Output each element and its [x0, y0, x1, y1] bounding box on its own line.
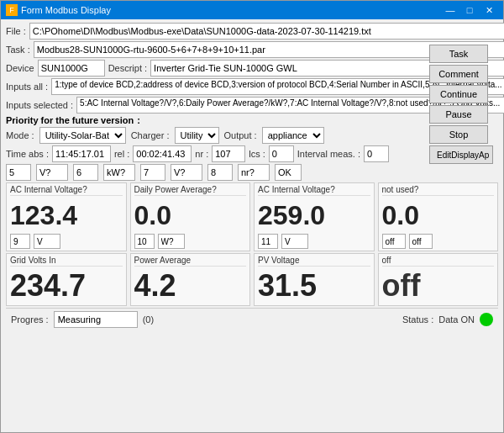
power-avg-1-unit[interactable]	[158, 234, 185, 249]
row1-fields	[6, 164, 498, 181]
output-select[interactable]: appliance	[262, 127, 324, 144]
maximize-button[interactable]: □	[460, 3, 479, 18]
field-7-num[interactable]	[140, 164, 165, 181]
ac-voltage-2-units	[258, 234, 370, 249]
file-label: File :	[6, 26, 26, 36]
ac-voltage-2-value: 259.0	[258, 198, 370, 233]
data-cell-power-avg-1: Daily Power Average? 0.0	[130, 182, 251, 251]
time-abs-input[interactable]	[52, 145, 111, 162]
window-title: Form Modbus Display	[21, 5, 111, 15]
minimize-button[interactable]: —	[441, 3, 459, 18]
field-6-unit[interactable]	[103, 164, 135, 181]
device-label: Device	[6, 63, 34, 73]
right-buttons: Task Comment Continue Pause Stop EditDis…	[429, 45, 493, 164]
data-cell-ac-voltage-1: AC Internal Voltage? 123.4	[6, 182, 127, 251]
field-7-unit[interactable]	[171, 164, 202, 181]
priority-colon: :	[137, 115, 140, 125]
title-bar: F Form Modbus Display — □ ✕	[1, 1, 503, 19]
interval-input[interactable]	[364, 145, 389, 162]
descript-label: Descript :	[108, 63, 147, 73]
data-cell-ac-voltage-2: AC Internal Voltage? 259.0	[254, 182, 375, 251]
status-value: Data ON	[438, 314, 475, 325]
status-indicator	[480, 313, 493, 326]
power-avg-1-value: 0.0	[134, 198, 247, 233]
app-icon: F	[6, 4, 18, 16]
not-used-unit[interactable]	[409, 234, 433, 249]
output-label: Output :	[224, 130, 257, 140]
not-used-label: not used?	[382, 185, 495, 196]
top-data-grid: AC Internal Voltage? 123.4 Daily Power A…	[6, 182, 498, 251]
charger-label: Charger :	[131, 130, 170, 140]
progress-label: Progres :	[11, 314, 49, 325]
pv-voltage-label: PV Voltage	[258, 256, 370, 267]
not-used-units	[382, 234, 495, 249]
field-5-unit[interactable]	[36, 164, 68, 181]
lcs-input[interactable]	[269, 145, 294, 162]
ac-voltage-2-num[interactable]	[258, 234, 278, 249]
title-bar-left: F Form Modbus Display	[6, 4, 111, 16]
title-bar-controls: — □ ✕	[441, 3, 498, 18]
status-label: Status :	[402, 314, 433, 325]
comment-button[interactable]: Comment	[429, 65, 488, 83]
ac-voltage-2-unit[interactable]	[281, 234, 308, 249]
inputs-all-label: Inputs all :	[6, 82, 48, 92]
bottom-bar: Progres : (0) Status : Data ON	[6, 308, 498, 330]
mode-select[interactable]: Utility-Solar-Bat	[39, 127, 126, 144]
pv-voltage-value: 31.5	[258, 268, 370, 304]
nr-input[interactable]	[212, 145, 245, 162]
rel-label: rel :	[114, 149, 129, 159]
task-button[interactable]: Task	[429, 45, 488, 63]
top-section: File : Task : Device Descript : Inp	[6, 23, 498, 144]
continue-button[interactable]: Continue	[429, 85, 488, 103]
power-average-label: Power Average	[134, 256, 247, 267]
lcs-label: lcs :	[249, 149, 265, 159]
field-8-num[interactable]	[207, 164, 233, 181]
not-used-num[interactable]	[382, 234, 406, 249]
pause-button[interactable]: Pause	[429, 105, 488, 124]
off-value: off	[382, 268, 495, 304]
stop-button[interactable]: Stop	[429, 125, 488, 144]
ac-voltage-1-units	[10, 234, 123, 249]
progress-input[interactable]	[54, 311, 138, 328]
mode-label: Mode :	[6, 130, 34, 140]
data-cell-off: off off	[378, 253, 499, 306]
time-abs-label: Time abs :	[6, 149, 49, 159]
field-5-num[interactable]	[6, 164, 31, 181]
nr-label: nr :	[195, 149, 208, 159]
charger-select[interactable]: Utility	[175, 127, 219, 144]
grid-volts-value: 234.7	[10, 268, 123, 304]
ac-voltage-1-num[interactable]	[10, 234, 30, 249]
power-avg-1-num[interactable]	[134, 234, 155, 249]
close-button[interactable]: ✕	[480, 3, 498, 18]
inputs-selected-label: Inputs selected :	[6, 100, 73, 110]
power-avg-1-units	[134, 234, 247, 249]
off-label: off	[382, 256, 495, 267]
data-cell-pv-voltage: PV Voltage 31.5	[254, 253, 375, 306]
data-cell-not-used: not used? 0.0	[378, 182, 499, 251]
bottom-data-grid: Grid Volts In 234.7 Power Average 4.2 PV…	[6, 253, 498, 306]
file-input[interactable]	[29, 23, 504, 40]
field-6-num[interactable]	[73, 164, 98, 181]
power-avg-1-label: Daily Power Average?	[134, 185, 247, 196]
device-input[interactable]	[38, 60, 105, 77]
power-average-value: 4.2	[134, 268, 247, 304]
field-ok[interactable]	[275, 164, 302, 181]
ac-voltage-2-label: AC Internal Voltage?	[258, 185, 370, 196]
main-window: F Form Modbus Display — □ ✕ File : Task …	[0, 0, 504, 433]
priority-label: Priority for the future version	[6, 115, 134, 125]
ac-voltage-1-value: 123.4	[10, 198, 123, 233]
ac-voltage-1-unit[interactable]	[34, 234, 60, 249]
count-value: (0)	[143, 314, 154, 325]
data-cell-power-average: Power Average 4.2	[130, 253, 251, 306]
ac-voltage-1-label: AC Internal Voltage?	[10, 185, 123, 196]
not-used-value: 0.0	[382, 198, 495, 233]
data-cell-grid-volts: Grid Volts In 234.7	[6, 253, 127, 306]
time-row: Time abs : rel : nr : lcs : Interval mea…	[6, 145, 498, 162]
field-8-unit[interactable]	[238, 164, 270, 181]
interval-label: Interval meas. :	[297, 149, 360, 159]
edit-display-button[interactable]: EditDisplayAp	[429, 145, 493, 164]
rel-input[interactable]	[133, 145, 192, 162]
file-row: File :	[6, 23, 504, 40]
main-content: File : Task : Device Descript : Inp	[1, 19, 503, 432]
grid-volts-label: Grid Volts In	[10, 256, 123, 267]
